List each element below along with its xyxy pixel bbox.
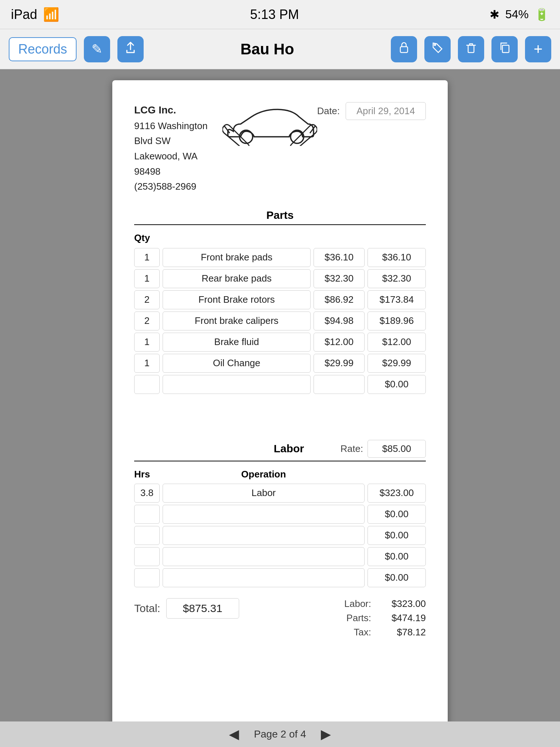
op-cell[interactable] <box>163 547 365 566</box>
labor-row: 3.8 Labor $323.00 <box>134 484 426 503</box>
total-cell[interactable]: $173.84 <box>368 290 426 309</box>
amt-cell[interactable]: $323.00 <box>368 484 426 503</box>
lock-button[interactable] <box>391 36 417 62</box>
op-cell[interactable]: Labor <box>163 484 365 503</box>
labor-summary-value: $323.00 <box>378 598 426 609</box>
edit-icon: ✎ <box>92 42 102 57</box>
labor-row: $0.00 <box>134 526 426 545</box>
labor-divider <box>134 461 426 461</box>
labor-title: Labor <box>237 442 341 455</box>
amt-cell[interactable]: $0.00 <box>368 547 426 566</box>
qty-cell[interactable]: 1 <box>134 269 160 288</box>
qty-cell[interactable]: 2 <box>134 290 160 309</box>
total-label: Total: <box>134 602 160 615</box>
unit-price-cell[interactable]: $36.10 <box>314 248 365 267</box>
total-cell[interactable]: $29.99 <box>368 354 426 373</box>
labor-summary-row: Labor: $323.00 <box>342 598 426 609</box>
qty-cell[interactable] <box>134 375 160 394</box>
parts-summary-label: Parts: <box>342 612 371 624</box>
trash-button[interactable] <box>458 36 484 62</box>
parts-summary-value: $474.19 <box>378 612 426 624</box>
svg-rect-1 <box>468 45 474 53</box>
hrs-cell[interactable] <box>134 568 160 587</box>
amt-cell[interactable]: $0.00 <box>368 505 426 524</box>
parts-row: 1 Rear brake pads $32.30 $32.30 <box>134 269 426 288</box>
hrs-cell[interactable]: 3.8 <box>134 484 160 503</box>
desc-cell[interactable]: Front brake calipers <box>163 311 311 330</box>
next-page-button[interactable]: ▶ <box>321 727 331 742</box>
total-left: Total: $875.31 <box>134 598 239 619</box>
unit-price-cell[interactable]: $94.98 <box>314 311 365 330</box>
desc-cell[interactable]: Front brake pads <box>163 248 311 267</box>
op-cell[interactable] <box>163 505 365 524</box>
trash-icon <box>464 41 478 57</box>
car-logo <box>222 102 317 146</box>
rate-value[interactable]: $85.00 <box>368 440 426 458</box>
copy-icon <box>498 41 511 57</box>
prev-page-button[interactable]: ◀ <box>229 727 239 742</box>
lock-icon <box>397 41 411 57</box>
op-header: Operation <box>163 469 365 480</box>
amt-cell[interactable]: $0.00 <box>368 568 426 587</box>
parts-summary-row: Parts: $474.19 <box>342 612 426 624</box>
battery-icon: 🔋 <box>534 8 549 22</box>
copy-button[interactable] <box>491 36 518 62</box>
qty-cell[interactable]: 1 <box>134 333 160 352</box>
desc-cell[interactable]: Oil Change <box>163 354 311 373</box>
add-button[interactable]: + <box>525 36 551 62</box>
bluetooth-icon: ✱ <box>490 8 499 22</box>
op-cell[interactable] <box>163 526 365 545</box>
svg-point-4 <box>291 130 304 143</box>
qty-cell[interactable]: 2 <box>134 311 160 330</box>
parts-row: 2 Front Brake rotors $86.92 $173.84 <box>134 290 426 309</box>
add-icon: + <box>534 40 543 58</box>
total-cell[interactable]: $32.30 <box>368 269 426 288</box>
date-value[interactable]: April 29, 2014 <box>346 102 426 120</box>
unit-price-cell[interactable]: $86.92 <box>314 290 365 309</box>
desc-cell[interactable]: Brake fluid <box>163 333 311 352</box>
status-left: iPad 📶 <box>11 7 59 22</box>
qty-cell[interactable]: 1 <box>134 354 160 373</box>
labor-cols-header: Hrs Operation <box>134 469 426 480</box>
page-title: Bau Ho <box>151 40 384 58</box>
bottom-bar: ◀ Page 2 of 4 ▶ <box>0 721 560 747</box>
wifi-icon: 📶 <box>43 7 59 22</box>
parts-row: $0.00 <box>134 375 426 394</box>
labor-header-row: Labor Rate: $85.00 <box>134 440 426 458</box>
unit-price-cell[interactable] <box>314 375 365 394</box>
parts-row: 2 Front brake calipers $94.98 $189.96 <box>134 311 426 330</box>
total-value[interactable]: $875.31 <box>166 598 239 619</box>
battery-label: 54% <box>505 8 529 21</box>
desc-cell[interactable] <box>163 375 311 394</box>
edit-button[interactable]: ✎ <box>84 36 110 62</box>
parts-title: Parts <box>134 209 426 221</box>
unit-price-cell[interactable]: $32.30 <box>314 269 365 288</box>
unit-price-cell[interactable]: $12.00 <box>314 333 365 352</box>
hrs-cell[interactable] <box>134 526 160 545</box>
total-cell[interactable]: $36.10 <box>368 248 426 267</box>
op-cell[interactable] <box>163 568 365 587</box>
main-area: LCG Inc. 9116 Washington Blvd SW Lakewoo… <box>0 69 560 721</box>
tax-summary-row: Tax: $78.12 <box>342 627 426 638</box>
qty-header: Qty <box>134 232 426 244</box>
total-cell[interactable]: $189.96 <box>368 311 426 330</box>
total-cell[interactable]: $0.00 <box>368 375 426 394</box>
qty-cell[interactable]: 1 <box>134 248 160 267</box>
invoice-header: LCG Inc. 9116 Washington Blvd SW Lakewoo… <box>134 102 426 194</box>
date-section: Date: April 29, 2014 <box>317 102 426 120</box>
tag-button[interactable] <box>424 36 451 62</box>
desc-cell[interactable]: Rear brake pads <box>163 269 311 288</box>
share-button[interactable] <box>117 36 144 62</box>
hrs-cell[interactable] <box>134 505 160 524</box>
records-button[interactable]: Records <box>9 37 77 61</box>
invoice-document: LCG Inc. 9116 Washington Blvd SW Lakewoo… <box>112 80 448 721</box>
status-time: 5:13 PM <box>250 7 299 22</box>
status-right: ✱ 54% 🔋 <box>490 8 549 22</box>
desc-cell[interactable]: Front Brake rotors <box>163 290 311 309</box>
amt-cell[interactable]: $0.00 <box>368 526 426 545</box>
unit-price-cell[interactable]: $29.99 <box>314 354 365 373</box>
status-bar: iPad 📶 5:13 PM ✱ 54% 🔋 <box>0 0 560 29</box>
hrs-cell[interactable] <box>134 547 160 566</box>
labor-summary-label: Labor: <box>342 598 371 609</box>
total-cell[interactable]: $12.00 <box>368 333 426 352</box>
